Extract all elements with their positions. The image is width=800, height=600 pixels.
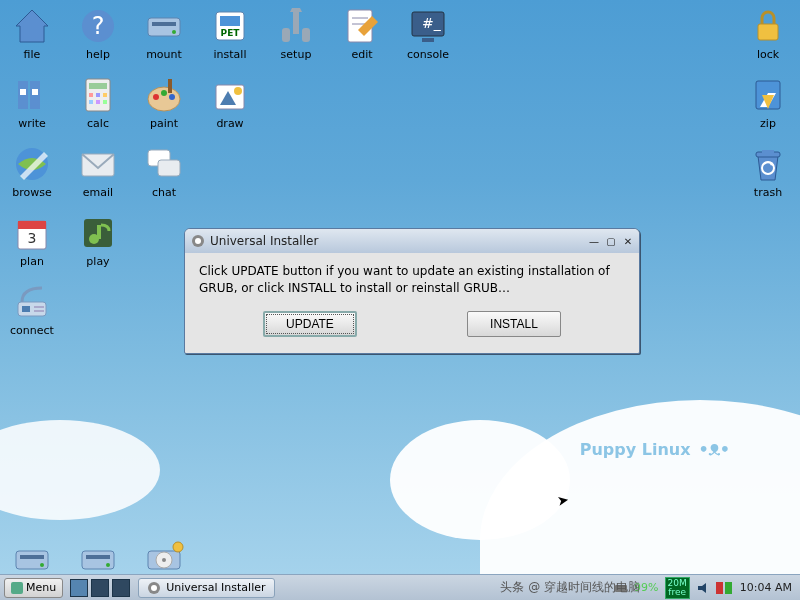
desktop-icon-install[interactable]: PETinstall bbox=[208, 6, 252, 61]
desktop-icon-edit[interactable]: edit bbox=[340, 6, 384, 61]
svg-marker-75 bbox=[698, 583, 706, 593]
desktop-icon-help[interactable]: ?help bbox=[76, 6, 120, 61]
browse-icon bbox=[12, 144, 52, 184]
desktop-icon-zip[interactable]: zip bbox=[746, 75, 790, 130]
calc-icon bbox=[78, 75, 118, 115]
desktop-icon-play[interactable]: play bbox=[76, 213, 120, 268]
update-button[interactable]: UPDATE bbox=[263, 311, 357, 337]
svg-rect-77 bbox=[725, 582, 732, 594]
svg-text:?: ? bbox=[92, 12, 105, 40]
svg-point-70 bbox=[195, 238, 201, 244]
paint-icon bbox=[144, 75, 184, 115]
svg-rect-25 bbox=[89, 93, 93, 97]
setup-icon bbox=[276, 6, 316, 46]
watermark-text: 头条 @ 穿越时间线的电脑 bbox=[500, 579, 640, 596]
svg-rect-10 bbox=[282, 28, 290, 42]
desktop-icon-email[interactable]: email bbox=[76, 144, 120, 199]
icon-label: calc bbox=[87, 117, 109, 130]
write-icon bbox=[12, 75, 52, 115]
icon-label: file bbox=[24, 48, 41, 61]
desktop-icon-file[interactable]: file bbox=[10, 6, 54, 61]
maximize-button[interactable]: ▢ bbox=[604, 234, 618, 248]
svg-point-32 bbox=[153, 94, 159, 100]
svg-rect-54 bbox=[97, 225, 101, 239]
virtual-desktop-3[interactable] bbox=[112, 579, 130, 597]
icon-label: console bbox=[407, 48, 449, 61]
desktop-icon-mount[interactable]: mount bbox=[142, 6, 186, 61]
icon-label: paint bbox=[150, 117, 178, 130]
svg-text:#_: #_ bbox=[422, 15, 442, 31]
virtual-desktop-1[interactable] bbox=[70, 579, 88, 597]
desktop-icon-lock[interactable]: lock bbox=[746, 6, 790, 61]
tray-volume-icon[interactable] bbox=[696, 581, 710, 595]
desktop-icon-draw[interactable]: draw bbox=[208, 75, 252, 130]
chat-icon bbox=[144, 144, 184, 184]
svg-rect-7 bbox=[220, 16, 240, 26]
disk-icon bbox=[12, 539, 52, 579]
install-button[interactable]: INSTALL bbox=[467, 311, 561, 337]
dialog-title: Universal Installer bbox=[210, 234, 318, 248]
desktop-icon-plan[interactable]: 3plan bbox=[10, 213, 54, 268]
close-button[interactable]: ✕ bbox=[621, 234, 635, 248]
icon-label: install bbox=[214, 48, 247, 61]
icon-label: draw bbox=[216, 117, 243, 130]
icon-label: help bbox=[86, 48, 110, 61]
svg-point-73 bbox=[151, 585, 157, 591]
svg-rect-24 bbox=[89, 83, 107, 89]
svg-point-68 bbox=[173, 542, 183, 552]
icon-label: email bbox=[83, 186, 113, 199]
icon-label: plan bbox=[20, 255, 44, 268]
dialog-titlebar[interactable]: Universal Installer — ▢ ✕ bbox=[185, 229, 639, 253]
icon-label: chat bbox=[152, 186, 176, 199]
desktop-icon-connect[interactable]: connect bbox=[10, 282, 54, 337]
desktop-icon-trash[interactable]: trash bbox=[746, 144, 790, 199]
cd-icon bbox=[144, 539, 184, 579]
svg-rect-71 bbox=[11, 582, 23, 594]
svg-rect-56 bbox=[22, 306, 30, 312]
menu-button[interactable]: Menu bbox=[4, 578, 63, 598]
svg-rect-28 bbox=[89, 100, 93, 104]
desktop-icon-console[interactable]: #_console bbox=[406, 6, 450, 61]
installer-icon bbox=[147, 581, 161, 595]
svg-rect-30 bbox=[103, 100, 107, 104]
system-tray: 99% 20Mfree 10:04 AM bbox=[614, 577, 796, 599]
svg-rect-50 bbox=[18, 221, 46, 229]
desktop-icon-paint[interactable]: paint bbox=[142, 75, 186, 130]
icon-label: play bbox=[86, 255, 109, 268]
dialog-body: Click UPDATE button if you want to updat… bbox=[185, 253, 639, 305]
desktop-icon-setup[interactable]: setup bbox=[274, 6, 318, 61]
email-icon bbox=[78, 144, 118, 184]
desktop-icon-chat[interactable]: chat bbox=[142, 144, 186, 199]
icon-label: zip bbox=[760, 117, 776, 130]
help-icon: ? bbox=[78, 6, 118, 46]
svg-rect-45 bbox=[158, 160, 180, 176]
svg-point-64 bbox=[106, 563, 110, 567]
tray-network-icon[interactable] bbox=[716, 582, 734, 594]
minimize-button[interactable]: — bbox=[587, 234, 601, 248]
svg-point-5 bbox=[172, 30, 176, 34]
svg-rect-57 bbox=[34, 306, 44, 308]
desktop-icon-browse[interactable]: browse bbox=[10, 144, 54, 199]
desktop-icon-calc[interactable]: calc bbox=[76, 75, 120, 130]
plan-icon: 3 bbox=[12, 213, 52, 253]
trash-icon bbox=[748, 144, 788, 184]
desktop-icon-write[interactable]: write bbox=[10, 75, 54, 130]
svg-rect-63 bbox=[86, 555, 110, 559]
icon-label: setup bbox=[281, 48, 312, 61]
taskbar-item-installer[interactable]: Universal Installer bbox=[138, 578, 274, 598]
icon-label: connect bbox=[10, 324, 54, 337]
svg-point-61 bbox=[40, 563, 44, 567]
edit-icon bbox=[342, 6, 382, 46]
tray-free-indicator[interactable]: 20Mfree bbox=[665, 577, 690, 599]
icon-label: edit bbox=[351, 48, 372, 61]
svg-text:PET: PET bbox=[221, 28, 241, 38]
icon-label: mount bbox=[146, 48, 182, 61]
install-icon: PET bbox=[210, 6, 250, 46]
svg-rect-9 bbox=[293, 12, 299, 34]
lock-icon bbox=[748, 6, 788, 46]
menu-icon bbox=[11, 582, 23, 594]
virtual-desktop-2[interactable] bbox=[91, 579, 109, 597]
svg-rect-60 bbox=[20, 555, 44, 559]
home-icon bbox=[12, 6, 52, 46]
drive-icon bbox=[144, 6, 184, 46]
